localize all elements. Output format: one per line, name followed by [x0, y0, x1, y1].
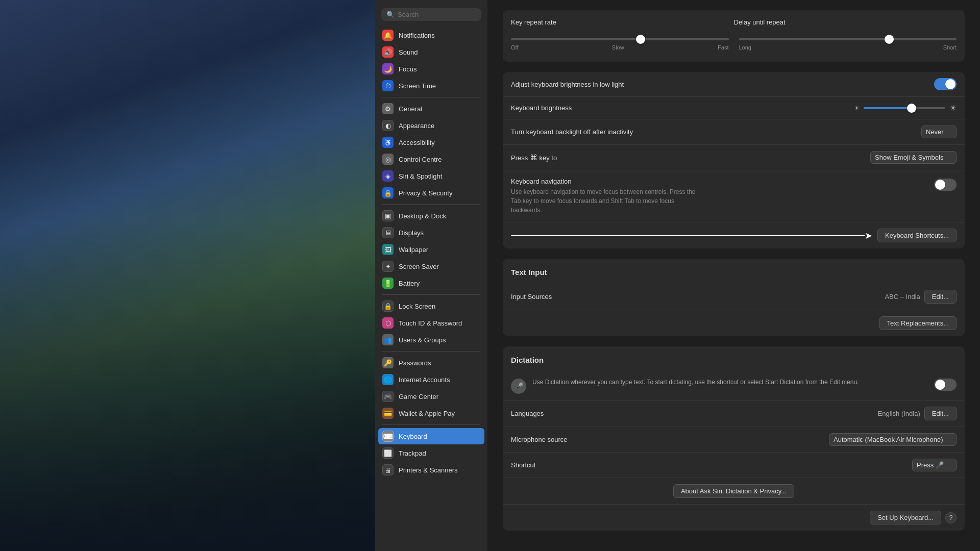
help-button[interactable]: ? — [945, 512, 957, 523]
sidebar-item-general[interactable]: ⚙ General — [378, 101, 484, 117]
sidebar-item-label: Printers & Scanners — [399, 466, 458, 474]
sidebar-item-privacy[interactable]: 🔒 Privacy & Security — [378, 185, 484, 201]
sidebar-item-focus[interactable]: 🌙 Focus — [378, 61, 484, 77]
general-icon: ⚙ — [382, 103, 394, 114]
key-repeat-slider[interactable] — [511, 38, 729, 40]
sidebar-item-desktop-dock[interactable]: ▣ Desktop & Dock — [378, 208, 484, 224]
sidebar-item-label: Game Center — [399, 393, 438, 400]
sidebar-item-label: Trackpad — [399, 449, 426, 457]
search-input[interactable] — [398, 11, 476, 18]
battery-icon: 🔋 — [382, 278, 394, 289]
sidebar-item-touch-id[interactable]: ⬡ Touch ID & Password — [378, 315, 484, 331]
shortcut-row: Shortcut Press 🎤 — [503, 453, 965, 478]
arrow-bar — [511, 235, 865, 236]
game-center-icon: 🎮 — [382, 391, 394, 402]
sidebar-item-keyboard[interactable]: ⌨ Keyboard — [378, 428, 484, 444]
sidebar-item-notifications[interactable]: 🔔 Notifications — [378, 27, 484, 43]
press-key-select[interactable]: Show Emoji & Symbols — [870, 151, 957, 164]
keyboard-brightness-section: Adjust keyboard brightness in low light … — [503, 72, 965, 248]
wallet-icon: 💳 — [382, 408, 394, 419]
sidebar-item-label: Lock Screen — [399, 303, 435, 310]
delay-until-repeat-slider[interactable] — [739, 38, 957, 40]
sidebar-item-users-groups[interactable]: 👥 Users & Groups — [378, 332, 484, 348]
sidebar-item-displays[interactable]: 🖥 Displays — [378, 224, 484, 241]
input-sources-edit-button[interactable]: Edit... — [924, 290, 957, 304]
sidebar-item-battery[interactable]: 🔋 Battery — [378, 275, 484, 291]
about-dictation-button[interactable]: About Ask Siri, Dictation & Privacy... — [673, 484, 794, 498]
search-bar[interactable]: 🔍 — [381, 8, 481, 21]
sidebar-divider-4 — [382, 351, 480, 352]
sidebar-item-wallet[interactable]: 💳 Wallet & Apple Pay — [378, 405, 484, 421]
sidebar-item-label: Notifications — [399, 32, 435, 39]
settings-sidebar: 🔍 🔔 Notifications 🔊 Sound 🌙 Focus ⏱ Scre… — [375, 0, 487, 551]
displays-icon: 🖥 — [382, 227, 394, 238]
sidebar-item-printers-scanners[interactable]: 🖨 Printers & Scanners — [378, 462, 484, 478]
microphone-icon: 🎤 — [511, 379, 526, 394]
sidebar-item-lock-screen[interactable]: 🔒 Lock Screen — [378, 298, 484, 314]
sidebar-item-accessibility[interactable]: ♿ Accessibility — [378, 134, 484, 151]
sidebar-item-siri[interactable]: ◈ Siri & Spotlight — [378, 168, 484, 184]
desktop-dock-icon: ▣ — [382, 210, 394, 221]
off-label: Off — [511, 44, 518, 51]
adjust-brightness-row: Adjust keyboard brightness in low light — [503, 72, 965, 97]
text-replacements-button[interactable]: Text Replacements... — [879, 316, 957, 330]
sidebar-item-game-center[interactable]: 🎮 Game Center — [378, 388, 484, 405]
sidebar-item-control-centre[interactable]: ◎ Control Centre — [378, 151, 484, 167]
microphone-source-row: Microphone source Automatic (MacBook Air… — [503, 427, 965, 453]
sidebar-item-appearance[interactable]: ◐ Appearance — [378, 117, 484, 134]
microphone-source-select[interactable]: Automatic (MacBook Air Microphone) — [829, 433, 957, 446]
languages-row: Languages English (India) Edit... — [503, 400, 965, 427]
users-groups-icon: 👥 — [382, 334, 394, 345]
slow-label: Slow — [612, 44, 624, 51]
internet-accounts-icon: 🌐 — [382, 374, 394, 385]
touch-id-icon: ⬡ — [382, 317, 394, 329]
sidebar-item-label: Displays — [399, 229, 424, 237]
sidebar-item-sound[interactable]: 🔊 Sound — [378, 44, 484, 60]
sidebar-divider — [382, 97, 480, 97]
sidebar-item-internet-accounts[interactable]: 🌐 Internet Accounts — [378, 371, 484, 388]
sidebar-item-passwords[interactable]: 🔑 Passwords — [378, 355, 484, 371]
sidebar-divider-3 — [382, 294, 480, 295]
siri-icon: ◈ — [382, 170, 394, 182]
delay-until-repeat-slider-container: Long Short — [739, 33, 957, 51]
keyboard-nav-toggle[interactable] — [934, 179, 957, 191]
sidebar-item-screen-time[interactable]: ⏱ Screen Time — [378, 78, 484, 94]
dictation-toggle[interactable] — [934, 379, 957, 391]
sidebar-item-label: Focus — [399, 65, 416, 73]
control-centre-icon: ◎ — [382, 154, 394, 165]
keyboard-shortcuts-button[interactable]: Keyboard Shortcuts... — [877, 229, 957, 242]
sidebar-item-screen-saver[interactable]: ✦ Screen Saver — [378, 258, 484, 274]
search-icon: 🔍 — [386, 11, 395, 18]
sidebar-item-label: Screen Time — [399, 82, 436, 90]
sidebar-item-label: Users & Groups — [399, 336, 446, 344]
long-label: Long — [739, 44, 751, 51]
keyboard-icon: ⌨ — [382, 431, 394, 442]
sidebar-item-label: Accessibility — [399, 139, 435, 146]
input-sources-label: Input Sources — [511, 293, 885, 300]
trackpad-icon: ⬜ — [382, 447, 394, 459]
key-repeat-slider-container: Off Slow Fast — [511, 33, 729, 51]
sidebar-item-label: Screen Saver — [399, 263, 439, 270]
sun-small-icon: ☀ — [854, 105, 860, 112]
sidebar-item-label: Wallpaper — [399, 246, 428, 254]
languages-edit-button[interactable]: Edit... — [924, 407, 957, 420]
setup-keyboard-button[interactable]: Set Up Keyboard... — [870, 511, 941, 524]
sidebar-item-trackpad[interactable]: ⬜ Trackpad — [378, 445, 484, 461]
appearance-icon: ◐ — [382, 120, 394, 131]
accessibility-icon: ♿ — [382, 137, 394, 148]
sidebar-item-label: Wallet & Apple Pay — [399, 410, 455, 417]
adjust-brightness-label: Adjust keyboard brightness in low light — [511, 81, 934, 88]
key-repeat-section: Key repeat rate Delay until repeat Off S… — [503, 10, 965, 62]
brightness-slider-row: Keyboard brightness ☀ ☀ — [503, 97, 965, 119]
lock-screen-icon: 🔒 — [382, 300, 394, 312]
brightness-slider[interactable] — [864, 107, 945, 109]
sidebar-divider-5 — [382, 424, 480, 425]
sidebar-item-wallpaper[interactable]: 🖼 Wallpaper — [378, 241, 484, 258]
adjust-brightness-toggle[interactable] — [934, 78, 957, 90]
input-sources-row: Input Sources ABC – India Edit... — [503, 284, 965, 310]
shortcut-select[interactable]: Press 🎤 — [912, 459, 957, 471]
arrow-head-icon: ➤ — [865, 230, 872, 241]
passwords-icon: 🔑 — [382, 357, 394, 368]
key-repeat-label: Key repeat rate — [511, 18, 734, 26]
backlight-select[interactable]: Never — [921, 126, 957, 138]
